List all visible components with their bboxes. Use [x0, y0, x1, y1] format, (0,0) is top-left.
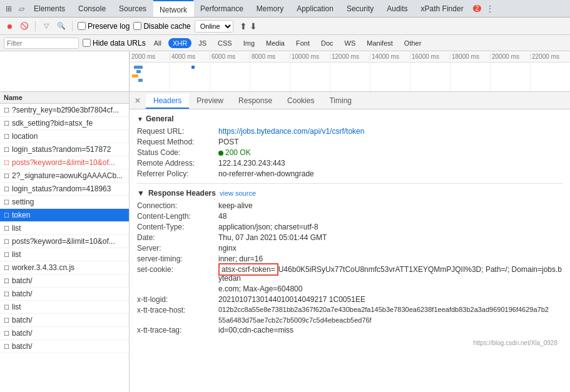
mark-9: 20000 ms — [490, 53, 530, 60]
list-item-selected[interactable]: ☐token — [0, 209, 129, 222]
tab-cookies[interactable]: Cookies — [280, 94, 322, 109]
tab-performance[interactable]: Performance — [194, 0, 250, 18]
detail-close-button[interactable]: ✕ — [132, 95, 143, 106]
mark-1: 4000 ms — [170, 53, 210, 60]
search-icon[interactable]: 🔍 — [56, 21, 67, 32]
filter-doc[interactable]: Doc — [317, 38, 338, 48]
list-item[interactable]: ☐location — [0, 130, 129, 143]
tab-elements[interactable]: Elements — [28, 0, 72, 18]
mark-7: 16000 ms — [410, 53, 450, 60]
disable-cache-checkbox[interactable] — [133, 22, 141, 30]
list-item[interactable]: ☐list — [0, 248, 129, 261]
tab-response[interactable]: Response — [231, 94, 280, 109]
checkbox-icon: ☐ — [4, 330, 9, 337]
list-item[interactable]: ☐list — [0, 301, 129, 314]
tab-application[interactable]: Application — [290, 0, 340, 18]
filter-ws[interactable]: WS — [340, 38, 360, 48]
tl-6 — [370, 63, 410, 91]
row-val: https://jobs.bytedance.com/api/v1/csrf/t… — [218, 127, 364, 136]
tab-timing[interactable]: Timing — [322, 94, 359, 109]
mark-3: 8000 ms — [250, 53, 290, 60]
list-item[interactable]: ☐batch/ — [0, 327, 129, 340]
list-item[interactable]: ☐login_status?random=517872 — [0, 143, 129, 156]
item-text: batch/ — [12, 329, 33, 338]
list-item[interactable]: ☐list — [0, 222, 129, 235]
tab-memory[interactable]: Memory — [250, 0, 290, 18]
list-item[interactable]: ☐batch/ — [0, 314, 129, 327]
preserve-log-label[interactable]: Preserve log — [78, 22, 130, 31]
list-item[interactable]: ☐batch/ — [0, 288, 129, 301]
row-key: Status Code: — [137, 148, 218, 157]
preserve-log-checkbox[interactable] — [78, 22, 86, 30]
disable-cache-label[interactable]: Disable cache — [133, 22, 190, 31]
row-key — [137, 284, 218, 293]
tl-1 — [170, 63, 210, 91]
tab-security[interactable]: Security — [340, 0, 380, 18]
list-item[interactable]: ☐sdk_setting?bid=atsx_fe — [0, 117, 129, 130]
hide-data-urls-label[interactable]: Hide data URLs — [83, 39, 146, 48]
device-icon[interactable]: ▱ — [15, 3, 28, 15]
tab-network[interactable]: Network — [153, 0, 194, 18]
row-val: 012b2cc8a55e8e7381bb2a367f620a7e430bea2f… — [218, 306, 549, 314]
bar-4 — [138, 79, 143, 82]
filter-manifest[interactable]: Manifest — [362, 38, 397, 48]
tab-audits[interactable]: Audits — [380, 0, 414, 18]
filter-media[interactable]: Media — [262, 38, 289, 48]
upload-icon[interactable]: ⬆ — [240, 21, 247, 31]
resp-row-logid: x-tt-logid: 20210107130144010014049217 1… — [137, 295, 562, 304]
checkbox-icon: ☐ — [4, 159, 9, 166]
list-item[interactable]: ☐batch/ — [0, 340, 129, 353]
resp-row-trace-host-cont: 55a6483d75ae7cb2c7b5009c7c5d4ebeacb5ed76… — [137, 316, 562, 324]
filter-all[interactable]: All — [150, 38, 166, 48]
hide-data-urls-checkbox[interactable] — [83, 39, 91, 47]
row-val: atsx-csrf-token=U46b0K5iRSyUx77tCoU8nmfc… — [218, 265, 562, 283]
download-icon[interactable]: ⬇ — [250, 21, 257, 31]
list-item[interactable]: ☐2?_signature=aowuKgAAAACb... — [0, 169, 129, 183]
filter-input[interactable] — [4, 38, 79, 49]
view-source-link[interactable]: view source — [220, 189, 256, 197]
filter-font[interactable]: Font — [292, 38, 314, 48]
disable-cache-text: Disable cache — [143, 22, 190, 31]
tab-preview[interactable]: Preview — [189, 94, 231, 109]
filter-img[interactable]: Img — [239, 38, 259, 48]
list-item[interactable]: ☐worker.3.4.33.cn.js — [0, 261, 129, 274]
item-text: list — [12, 303, 21, 311]
timeline-ruler: 2000 ms 4000 ms 6000 ms 8000 ms 10000 ms… — [130, 51, 570, 63]
timeline-area: 2000 ms 4000 ms 6000 ms 8000 ms 10000 ms… — [0, 51, 570, 92]
row-key: Referrer Policy: — [137, 169, 218, 178]
filter-xhr[interactable]: XHR — [168, 38, 191, 48]
tab-sources[interactable]: Sources — [113, 0, 153, 18]
list-item[interactable]: ☐setting — [0, 196, 129, 209]
record-button[interactable]: ⏺ — [4, 21, 15, 32]
mark-2: 6000 ms — [210, 53, 250, 60]
filter-other[interactable]: Other — [400, 38, 426, 48]
filter-icon[interactable]: ▽ — [41, 21, 52, 32]
mark-8: 18000 ms — [450, 53, 490, 60]
more-icon[interactable]: ⋮ — [484, 3, 496, 15]
tab-console[interactable]: Console — [72, 0, 113, 18]
row-key: set-cookie: — [137, 265, 218, 283]
tab-xpath[interactable]: xPath Finder — [415, 0, 471, 18]
row-val: id=00;cdn-cache=miss — [218, 326, 293, 334]
list-item[interactable]: ☐batch/ — [0, 274, 129, 288]
item-text: sdk_setting?bid=atsx_fe — [12, 119, 93, 128]
list-item[interactable]: ☐posts?keyword=&limit=10&of... — [0, 156, 129, 169]
resp-row-set-cookie: set-cookie: atsx-csrf-token=U46b0K5iRSyU… — [137, 265, 562, 283]
stop-button[interactable]: 🚫 — [19, 21, 30, 32]
status-dot — [218, 151, 223, 156]
list-item[interactable]: ☐posts?keyword=&limit=10&of... — [0, 235, 129, 248]
checkbox-icon: ☐ — [4, 278, 9, 284]
throttle-select[interactable]: Online — [195, 20, 233, 33]
filter-css[interactable]: CSS — [213, 38, 237, 48]
filter-js[interactable]: JS — [194, 38, 211, 48]
general-row-status: Status Code: 200 OK — [137, 148, 562, 157]
devtools-icon[interactable]: ⊞ — [3, 3, 15, 15]
list-item[interactable]: ☐login_status?random=418963 — [0, 183, 129, 196]
import-export: ⬆ ⬇ — [240, 21, 257, 31]
list-item[interactable]: ☐?sentry_key=b2f90e3bf7804cf... — [0, 104, 129, 117]
row-key: Date: — [137, 233, 218, 242]
sep1 — [35, 21, 36, 31]
tab-headers[interactable]: Headers — [146, 94, 189, 109]
row-val: 200 OK — [218, 148, 251, 157]
resp-row-connection: Connection: keep-alive — [137, 201, 562, 210]
